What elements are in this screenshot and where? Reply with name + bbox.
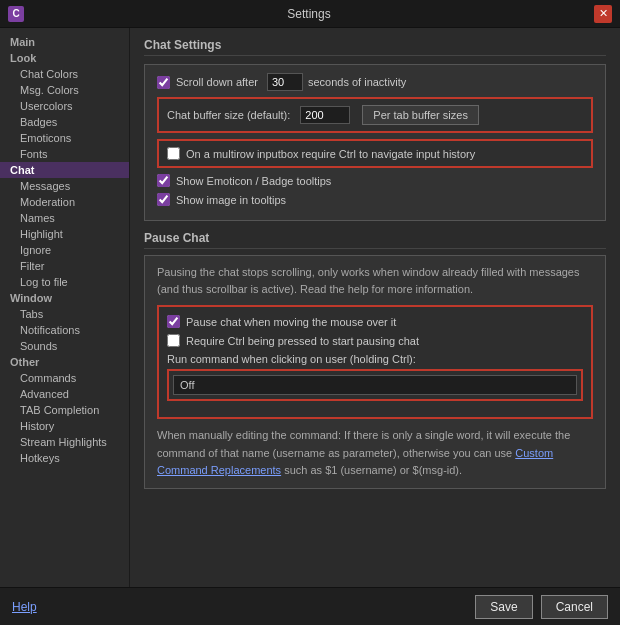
pause-chat-box: Pausing the chat stops scrolling, only w… [144,255,606,489]
multirow-label: On a multirow inputbox require Ctrl to n… [186,148,475,160]
info-text-1: When manually editing the command: If th… [157,429,570,459]
sidebar-item-ignore[interactable]: Ignore [0,242,129,258]
sidebar-item-emoticons[interactable]: Emoticons [0,130,129,146]
sidebar-item-main[interactable]: Main [0,34,129,50]
emoticon-row: Show Emoticon / Badge tooltips [157,174,593,187]
emoticon-label: Show Emoticon / Badge tooltips [176,175,331,187]
multirow-checkbox[interactable] [167,147,180,160]
sidebar-item-filter[interactable]: Filter [0,258,129,274]
sidebar-item-notifications[interactable]: Notifications [0,322,129,338]
pause-description: Pausing the chat stops scrolling, only w… [157,264,593,297]
title-bar: C Settings ✕ [0,0,620,28]
image-row: Show image in tooltips [157,193,593,206]
buffer-input[interactable] [300,106,350,124]
sidebar-item-history[interactable]: History [0,418,129,434]
close-button[interactable]: ✕ [594,5,612,23]
sidebar-item-fonts[interactable]: Fonts [0,146,129,162]
window-title: Settings [24,7,594,21]
cancel-button[interactable]: Cancel [541,595,608,619]
sidebar-item-tab-completion[interactable]: TAB Completion [0,402,129,418]
content-area: Chat Settings Scroll down after seconds … [130,28,620,587]
sidebar-item-stream-highlights[interactable]: Stream Highlights [0,434,129,450]
pause-controls-box: Pause chat when moving the mouse over it… [157,305,593,419]
pause-mouse-checkbox[interactable] [167,315,180,328]
per-tab-button[interactable]: Per tab buffer sizes [362,105,479,125]
buffer-label: Chat buffer size (default): [167,109,290,121]
help-link[interactable]: Help [12,600,37,614]
sidebar-item-badges[interactable]: Badges [0,114,129,130]
sidebar-item-messages[interactable]: Messages [0,178,129,194]
pause-ctrl-label: Require Ctrl being pressed to start paus… [186,335,419,347]
sidebar-item-look[interactable]: Look [0,50,129,66]
app-icon: C [8,6,24,22]
chat-settings-box: Scroll down after seconds of inactivity … [144,64,606,221]
chat-settings-title: Chat Settings [144,38,606,56]
dropdown-container: Off [167,369,583,401]
scroll-down-input[interactable] [267,73,303,91]
emoticon-checkbox[interactable] [157,174,170,187]
scroll-down-checkbox[interactable] [157,76,170,89]
sidebar-item-names[interactable]: Names [0,210,129,226]
sidebar-item-log-to-file[interactable]: Log to file [0,274,129,290]
run-cmd-label: Run command when clicking on user (holdi… [167,353,583,365]
sidebar-item-chat[interactable]: Chat [0,162,129,178]
sidebar-item-tabs[interactable]: Tabs [0,306,129,322]
pause-ctrl-checkbox[interactable] [167,334,180,347]
info-text-2: such as $1 (username) or $(msg-id). [284,464,462,476]
dropdown-wrapper: Off [173,375,577,395]
bottom-bar: Help Save Cancel [0,587,620,625]
multirow-row: On a multirow inputbox require Ctrl to n… [157,139,593,168]
scroll-down-suffix: seconds of inactivity [308,76,406,88]
image-label: Show image in tooltips [176,194,286,206]
sidebar-item-hotkeys[interactable]: Hotkeys [0,450,129,466]
sidebar-item-chat-colors[interactable]: Chat Colors [0,66,129,82]
pause-ctrl-row: Require Ctrl being pressed to start paus… [167,334,583,347]
sidebar: MainLookChat ColorsMsg. ColorsUsercolors… [0,28,130,587]
sidebar-item-usercolors[interactable]: Usercolors [0,98,129,114]
sidebar-item-other[interactable]: Other [0,354,129,370]
pause-chat-title: Pause Chat [144,231,606,249]
sidebar-item-moderation[interactable]: Moderation [0,194,129,210]
pause-mouse-row: Pause chat when moving the mouse over it [167,315,583,328]
run-cmd-dropdown[interactable]: Off [173,375,577,395]
sidebar-item-highlight[interactable]: Highlight [0,226,129,242]
sidebar-item-advanced[interactable]: Advanced [0,386,129,402]
sidebar-item-commands[interactable]: Commands [0,370,129,386]
sidebar-item-window[interactable]: Window [0,290,129,306]
buffer-size-row: Chat buffer size (default): Per tab buff… [157,97,593,133]
save-button[interactable]: Save [475,595,532,619]
scroll-down-label: Scroll down after [176,76,258,88]
image-checkbox[interactable] [157,193,170,206]
pause-mouse-label: Pause chat when moving the mouse over it [186,316,396,328]
sidebar-item-msg.-colors[interactable]: Msg. Colors [0,82,129,98]
sidebar-item-sounds[interactable]: Sounds [0,338,129,354]
info-text: When manually editing the command: If th… [157,427,593,480]
scroll-down-row: Scroll down after seconds of inactivity [157,73,593,91]
